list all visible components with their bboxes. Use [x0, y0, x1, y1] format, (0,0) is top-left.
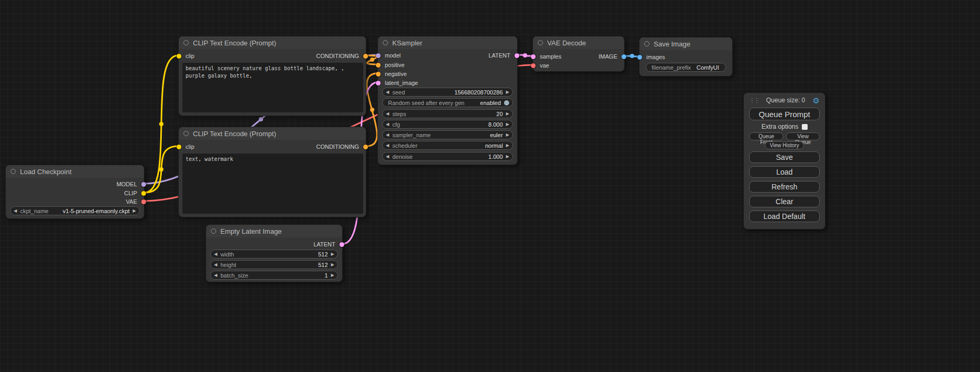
decrement-arrow-icon[interactable]: ◀ — [386, 112, 389, 116]
wire-dot-image — [630, 54, 634, 58]
increment-arrow-icon[interactable]: ▶ — [506, 112, 509, 116]
negative-prompt-textarea[interactable]: text, watermark — [182, 154, 363, 214]
seed-widget[interactable]: ◀ seed 156680208700286 ▶ — [382, 88, 513, 97]
decrement-arrow-icon[interactable]: ◀ — [386, 90, 389, 94]
increment-arrow-icon[interactable]: ▶ — [506, 90, 509, 94]
node-empty-latent-titlebar[interactable]: Empty Latent Image — [206, 225, 342, 237]
input-port-negative[interactable] — [376, 72, 381, 77]
increment-arrow-icon[interactable]: ▶ — [133, 209, 136, 213]
collapse-dot-icon[interactable] — [383, 40, 388, 45]
node-save-image-titlebar[interactable]: Save Image — [639, 37, 732, 50]
queue-front-button[interactable]: Queue Front — [749, 132, 783, 140]
height-widget[interactable]: ◀ height 512 ▶ — [210, 260, 338, 269]
widget-label: scheduler — [392, 142, 418, 149]
wire-dot-clip-negative — [159, 167, 163, 171]
collapse-dot-icon[interactable] — [538, 40, 543, 45]
input-slot-images: images — [646, 53, 665, 61]
cfg-widget[interactable]: ◀ cfg 8.000 ▶ — [382, 120, 513, 129]
input-port-latent-image[interactable] — [376, 81, 381, 85]
node-title: CLIP Text Encode (Prompt) — [193, 39, 276, 47]
collapse-dot-icon[interactable] — [11, 169, 16, 174]
widget-value: 1 — [325, 272, 328, 279]
decrement-arrow-icon[interactable]: ◀ — [214, 252, 217, 256]
random-seed-toggle-icon[interactable] — [504, 100, 509, 106]
decrement-arrow-icon[interactable]: ◀ — [386, 122, 389, 127]
input-label-model: model — [385, 52, 401, 59]
view-history-button[interactable]: View History — [765, 141, 803, 149]
decrement-arrow-icon[interactable]: ◀ — [214, 263, 217, 267]
node-empty-latent-image: Empty Latent Image LATENT ◀ width 512 ▶ … — [206, 224, 343, 282]
node-vae-decode-titlebar[interactable]: VAE Decode — [533, 36, 624, 49]
increment-arrow-icon[interactable]: ▶ — [506, 144, 509, 148]
input-port-clip[interactable] — [177, 145, 181, 149]
output-slot-vae: VAE — [126, 198, 137, 205]
node-graph-canvas[interactable]: Load Checkpoint MODEL CLIP VAE ◀ ckpt_na… — [0, 0, 980, 372]
output-port-conditioning[interactable] — [363, 145, 368, 149]
increment-arrow-icon[interactable]: ▶ — [331, 263, 334, 267]
input-port-clip[interactable] — [177, 54, 181, 59]
input-port-vae[interactable] — [531, 63, 536, 68]
steps-widget[interactable]: ◀ steps 20 ▶ — [382, 109, 513, 118]
output-port-conditioning[interactable] — [363, 54, 368, 59]
output-port-latent[interactable] — [339, 242, 344, 247]
save-button[interactable]: Save — [749, 151, 820, 163]
queue-prompt-button[interactable]: Queue Prompt — [749, 108, 820, 120]
decrement-arrow-icon[interactable]: ◀ — [214, 273, 217, 278]
view-queue-button[interactable]: View Queue — [786, 132, 820, 140]
node-load-checkpoint-titlebar[interactable]: Load Checkpoint — [6, 165, 144, 178]
decrement-arrow-icon[interactable]: ◀ — [386, 155, 389, 159]
widget-label: denoise — [392, 154, 413, 160]
scheduler-widget[interactable]: ◀ scheduler normal ▶ — [382, 141, 513, 150]
increment-arrow-icon[interactable]: ▶ — [506, 155, 509, 159]
input-slot-samples: samples — [540, 53, 561, 60]
node-save-image: Save Image images filename_prefix ComfyU… — [639, 37, 733, 77]
collapse-dot-icon[interactable] — [644, 41, 649, 46]
random-seed-widget[interactable]: Random seed after every gen enabled — [382, 98, 513, 107]
input-port-samples[interactable] — [531, 54, 536, 59]
output-port-model[interactable] — [141, 182, 146, 187]
ckpt-name-widget[interactable]: ◀ ckpt_name v1-5-pruned-emaonly.ckpt ▶ — [10, 206, 140, 215]
decrement-arrow-icon[interactable]: ◀ — [386, 144, 389, 148]
increment-arrow-icon[interactable]: ▶ — [506, 133, 509, 137]
queue-buttons-row: Queue Front View Queue — [749, 132, 820, 140]
node-title: Empty Latent Image — [220, 227, 282, 235]
collapse-dot-icon[interactable] — [211, 228, 216, 234]
sampler-name-widget[interactable]: ◀ sampler_name euler ▶ — [382, 130, 513, 139]
node-clip-positive-titlebar[interactable]: CLIP Text Encode (Prompt) — [179, 36, 366, 49]
increment-arrow-icon[interactable]: ▶ — [331, 273, 334, 278]
output-label-image: IMAGE — [599, 53, 617, 60]
output-port-vae[interactable] — [141, 199, 146, 204]
widget-label: width — [220, 251, 234, 257]
filename-prefix-widget[interactable]: filename_prefix ComfyUI — [646, 63, 726, 72]
widget-value: 1.000 — [488, 154, 503, 160]
wire-dot-samples — [523, 53, 527, 58]
drag-handle-icon[interactable]: ⋮⋮ — [749, 97, 759, 104]
input-port-positive[interactable] — [376, 63, 381, 68]
load-default-button[interactable]: Load Default — [749, 211, 820, 222]
settings-gear-icon[interactable]: ⚙ — [813, 97, 820, 104]
width-widget[interactable]: ◀ width 512 ▶ — [210, 250, 338, 259]
widget-label: filename_prefix — [652, 64, 691, 71]
node-clip-negative-titlebar[interactable]: CLIP Text Encode (Prompt) — [179, 127, 366, 140]
decrement-arrow-icon[interactable]: ◀ — [386, 133, 389, 137]
increment-arrow-icon[interactable]: ▶ — [506, 122, 509, 127]
increment-arrow-icon[interactable]: ▶ — [331, 252, 334, 256]
denoise-widget[interactable]: ◀ denoise 1.000 ▶ — [382, 152, 513, 161]
output-port-clip[interactable] — [141, 191, 146, 196]
decrement-arrow-icon[interactable]: ◀ — [14, 209, 17, 213]
node-ksampler-titlebar[interactable]: KSampler — [378, 36, 517, 49]
load-button[interactable]: Load — [749, 166, 820, 178]
refresh-button[interactable]: Refresh — [749, 181, 820, 193]
collapse-dot-icon[interactable] — [183, 40, 189, 45]
output-slot-latent: LATENT — [489, 52, 510, 59]
batch-size-widget[interactable]: ◀ batch_size 1 ▶ — [210, 271, 338, 280]
input-slot-positive: positive — [385, 61, 404, 69]
input-port-images[interactable] — [637, 55, 642, 60]
clear-button[interactable]: Clear — [749, 196, 820, 207]
positive-prompt-textarea[interactable]: beautiful scenery nature glass bottle la… — [182, 63, 363, 112]
collapse-dot-icon[interactable] — [183, 131, 189, 136]
extra-options-checkbox[interactable] — [802, 124, 808, 130]
output-port-latent[interactable] — [515, 53, 519, 58]
output-port-image[interactable] — [622, 54, 626, 59]
input-port-model[interactable] — [376, 53, 381, 58]
